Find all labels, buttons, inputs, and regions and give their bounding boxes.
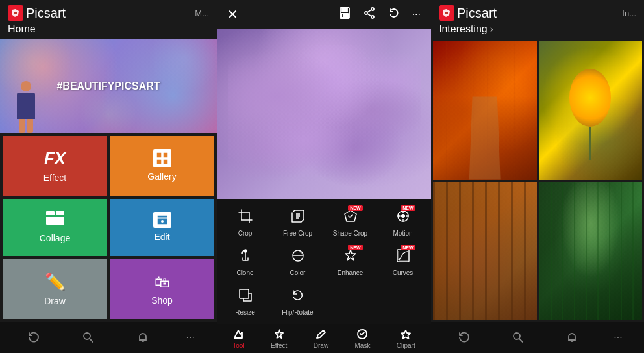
svg-marker-21 bbox=[345, 210, 356, 221]
edit-icon bbox=[153, 212, 171, 228]
collage-icon bbox=[46, 211, 64, 229]
editor-bottom-toolbar: Tool Effect Draw Mask Clip bbox=[217, 324, 431, 353]
gallery-section-arrow: › bbox=[490, 23, 493, 35]
free-crop-label: Free Crop bbox=[283, 230, 312, 237]
gallery-image-sunflower[interactable] bbox=[539, 41, 643, 180]
motion-icon: NEW bbox=[396, 209, 410, 227]
gallery-more-button[interactable]: ··· bbox=[613, 332, 622, 343]
hero-banner: #BEAUTIFYPICSART bbox=[0, 39, 217, 133]
enhance-new-badge: NEW bbox=[348, 245, 362, 250]
flip-rotate-label: Flip/Rotate bbox=[282, 309, 313, 316]
color-icon bbox=[291, 249, 305, 267]
save-button[interactable] bbox=[338, 6, 351, 22]
motion-new-badge: NEW bbox=[401, 205, 415, 211]
tile-shop[interactable]: 🛍 Shop bbox=[110, 259, 214, 319]
clipart-tab-label: Clipart bbox=[397, 342, 415, 349]
shape-crop-tool[interactable]: NEW Shape Crop bbox=[325, 204, 376, 242]
effect-tab[interactable]: Effect bbox=[271, 328, 287, 349]
gallery-search-button[interactable] bbox=[506, 326, 530, 349]
draw-icon: ✏️ bbox=[45, 272, 66, 292]
svg-point-13 bbox=[371, 8, 374, 10]
tile-draw-label: Draw bbox=[44, 296, 66, 306]
svg-line-32 bbox=[519, 339, 523, 342]
notification-button[interactable] bbox=[131, 326, 155, 349]
svg-point-15 bbox=[365, 12, 367, 14]
effect-tab-label: Effect bbox=[271, 342, 287, 349]
tools-grid: Crop Free Crop bbox=[219, 204, 428, 321]
mask-tab-label: Mask bbox=[355, 342, 371, 349]
enhance-tool[interactable]: NEW Enhance bbox=[325, 243, 376, 282]
tile-collage[interactable]: Collage bbox=[3, 199, 107, 257]
gallery-image-autumn[interactable] bbox=[433, 41, 537, 180]
editor-header: ✕ bbox=[217, 0, 431, 29]
svg-rect-3 bbox=[163, 159, 168, 164]
gallery-section-title: Interesting bbox=[439, 23, 488, 35]
gallery-logo-text: Picsart bbox=[457, 6, 497, 21]
crop-label: Crop bbox=[238, 230, 253, 237]
svg-line-17 bbox=[367, 14, 371, 16]
svg-line-16 bbox=[367, 10, 371, 12]
curves-tool[interactable]: NEW Curves bbox=[377, 243, 428, 282]
resize-tool[interactable]: Resize bbox=[219, 283, 271, 321]
color-tool[interactable]: Color bbox=[272, 243, 323, 282]
more-options-button[interactable]: ··· bbox=[412, 8, 421, 20]
tools-panel: Crop Free Crop bbox=[217, 199, 431, 324]
gallery-panel: Picsart In... Interesting › bbox=[431, 0, 644, 353]
flip-rotate-tool[interactable]: Flip/Rotate bbox=[272, 283, 323, 321]
svg-rect-1 bbox=[163, 152, 168, 158]
editor-header-icons: ··· bbox=[338, 6, 421, 22]
hero-text: #BEAUTIFYPICSART bbox=[56, 80, 160, 92]
tool-tab[interactable]: Tool bbox=[232, 328, 244, 349]
mask-tab[interactable]: Mask bbox=[355, 328, 371, 349]
search-button[interactable] bbox=[77, 326, 100, 349]
gallery-icon bbox=[153, 149, 171, 167]
gallery-image-green-forest[interactable] bbox=[539, 182, 643, 321]
clone-tool[interactable]: Clone bbox=[219, 243, 271, 282]
gallery-logo: Picsart bbox=[439, 5, 497, 21]
free-crop-tool[interactable]: Free Crop bbox=[272, 204, 323, 242]
logo-text: Picsart bbox=[26, 6, 66, 21]
svg-line-8 bbox=[90, 339, 93, 342]
logo-icon bbox=[8, 5, 23, 21]
tile-shop-label: Shop bbox=[151, 295, 173, 306]
gallery-refresh-button[interactable] bbox=[452, 326, 476, 349]
undo-button[interactable] bbox=[388, 6, 401, 22]
draw-tab-label: Draw bbox=[314, 342, 328, 349]
editor-panel: ✕ bbox=[217, 0, 431, 353]
tile-effect-label: Effect bbox=[43, 173, 67, 183]
enhance-icon: NEW bbox=[343, 249, 358, 267]
refresh-button[interactable] bbox=[22, 326, 45, 349]
shape-crop-label: Shape Crop bbox=[333, 230, 367, 237]
motion-label: Motion bbox=[393, 230, 412, 237]
tile-edit-label: Edit bbox=[154, 232, 169, 242]
tile-effect[interactable]: FX Effect bbox=[3, 136, 107, 196]
tile-draw[interactable]: ✏️ Draw bbox=[3, 259, 107, 319]
clipart-tab[interactable]: Clipart bbox=[397, 328, 415, 349]
nav-title: Home bbox=[8, 23, 209, 35]
resize-label: Resize bbox=[235, 309, 255, 316]
fx-icon: FX bbox=[44, 149, 66, 169]
more-button[interactable]: ··· bbox=[186, 332, 195, 343]
curves-new-badge: NEW bbox=[401, 245, 415, 250]
svg-rect-10 bbox=[342, 8, 347, 12]
photo-area bbox=[217, 29, 431, 199]
crop-tool[interactable]: Crop bbox=[219, 204, 271, 242]
color-label: Color bbox=[290, 269, 306, 276]
tile-gallery[interactable]: Gallery bbox=[110, 136, 214, 196]
logo: Picsart bbox=[8, 5, 66, 21]
share-button[interactable] bbox=[363, 6, 376, 22]
close-button[interactable]: ✕ bbox=[227, 6, 238, 22]
gallery-logo-icon bbox=[439, 5, 454, 21]
gallery-grid bbox=[431, 39, 644, 322]
enhance-label: Enhance bbox=[338, 269, 363, 276]
tile-gallery-label: Gallery bbox=[147, 171, 176, 182]
svg-rect-2 bbox=[156, 159, 162, 164]
tool-tab-label: Tool bbox=[232, 342, 244, 349]
gallery-notification-button[interactable] bbox=[560, 326, 584, 349]
svg-point-23 bbox=[401, 214, 405, 218]
draw-tab[interactable]: Draw bbox=[314, 328, 328, 349]
motion-tool[interactable]: NEW Motion bbox=[377, 204, 428, 242]
tile-collage-label: Collage bbox=[40, 233, 70, 243]
gallery-image-warm-forest[interactable] bbox=[433, 182, 537, 321]
tile-edit[interactable]: Edit bbox=[110, 199, 214, 257]
